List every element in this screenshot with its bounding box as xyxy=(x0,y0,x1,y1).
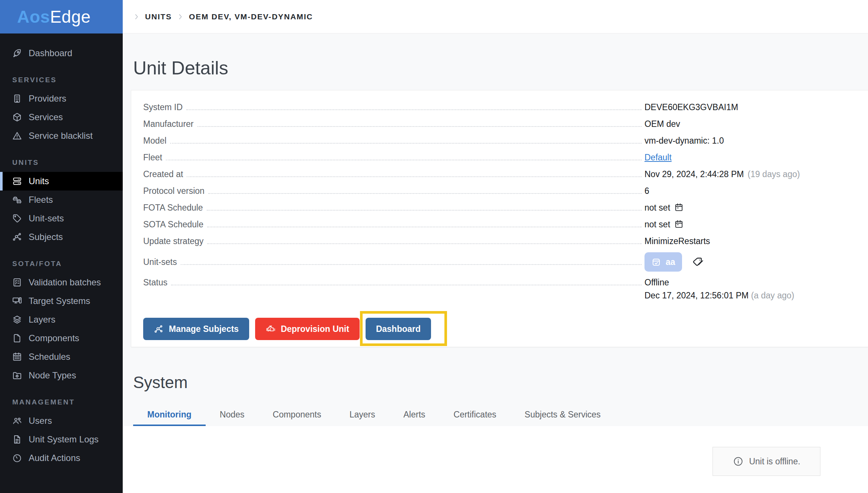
detail-value: vm-dev-dynamic: 1.0 xyxy=(644,135,724,146)
sidebar-item-label: Layers xyxy=(29,314,55,325)
action-button-wrap: Deprovision Unit xyxy=(255,318,360,340)
detail-value-text: OEM dev xyxy=(644,118,680,129)
detail-row-lead: Model xyxy=(143,135,644,146)
sidebar-item-target-systems[interactable]: Target Systems xyxy=(0,292,123,310)
page-content: Unit Details System IDDEVE60EKG3GVBAI1MM… xyxy=(123,33,868,493)
sidebar-item-label: Providers xyxy=(29,93,66,104)
tab-certificates[interactable]: Certificates xyxy=(440,404,511,426)
tags-icon[interactable] xyxy=(692,256,704,268)
tab-subjects-services[interactable]: Subjects & Services xyxy=(511,404,615,426)
detail-row-unit-sets: Unit-setsaa xyxy=(143,249,868,275)
sidebar-item-providers[interactable]: Providers xyxy=(0,89,123,108)
unit-set-icon xyxy=(651,257,661,267)
detail-row-lead: Update strategy xyxy=(143,236,644,247)
calendar-icon[interactable] xyxy=(674,202,684,212)
dotted-leader xyxy=(186,109,642,110)
calendar-icon[interactable] xyxy=(674,219,684,229)
tag-icon xyxy=(12,213,22,224)
sidebar-item-unit-sets[interactable]: Unit-sets xyxy=(0,209,123,228)
sidebar-item-service-blacklist[interactable]: Service blacklist xyxy=(0,127,123,145)
sidebar-item-schedules[interactable]: Schedules xyxy=(0,348,123,366)
status-text: Offline xyxy=(644,277,669,288)
sidebar-item-subjects[interactable]: Subjects xyxy=(0,228,123,246)
main-area: UNITS OEM DEV, VM-DEV-DYNAMIC Unit Detai… xyxy=(123,0,868,493)
button-label: Manage Subjects xyxy=(169,324,239,334)
unit-details-card: System IDDEVE60EKG3GVBAI1MManufacturerOE… xyxy=(131,90,868,347)
tab-components[interactable]: Components xyxy=(258,404,335,426)
dotted-leader xyxy=(207,227,642,227)
breadcrumb-units[interactable]: UNITS xyxy=(145,12,172,21)
sidebar-item-audit-actions[interactable]: Audit Actions xyxy=(0,449,123,467)
deprovision-unit-button[interactable]: Deprovision Unit xyxy=(255,318,360,340)
detail-row-manufacturer: ManufacturerOEM dev xyxy=(143,115,868,132)
brand-logo[interactable]: AosEdge xyxy=(0,0,123,33)
offline-message-text: Unit is offline. xyxy=(749,457,800,467)
detail-row-status: StatusOfflineDec 17, 2024, 12:56:01 PM (… xyxy=(143,275,868,304)
detail-row-lead: Protocol version xyxy=(143,185,644,196)
button-label: Deprovision Unit xyxy=(281,324,349,334)
sidebar-item-users[interactable]: Users xyxy=(0,412,123,430)
dotted-leader xyxy=(170,143,642,144)
sidebar-item-validation-batches[interactable]: Validation batches xyxy=(0,273,123,292)
sidebar-item-label: Audit Actions xyxy=(29,453,80,463)
building-icon xyxy=(12,93,22,104)
detail-row-lead: Status xyxy=(143,277,644,288)
detail-label: Model xyxy=(143,135,167,146)
unit-set-badge-label: aa xyxy=(666,256,675,268)
detail-row-model: Modelvm-dev-dynamic: 1.0 xyxy=(143,132,868,149)
tab-nodes[interactable]: Nodes xyxy=(206,404,258,426)
tab-alerts[interactable]: Alerts xyxy=(389,404,440,426)
detail-row-lead: Created at xyxy=(143,169,644,180)
sidebar-item-node-types[interactable]: Node Types xyxy=(0,366,123,385)
workstation-icon xyxy=(12,296,22,306)
fleet-link[interactable]: Default xyxy=(644,152,672,163)
sidebar: AosEdge DashboardSERVICESProvidersServic… xyxy=(0,0,123,493)
detail-value: not set xyxy=(644,202,684,213)
folder-gear-icon xyxy=(12,370,22,381)
detail-value: Default xyxy=(644,152,672,163)
sidebar-section-header-units: UNITS xyxy=(0,159,123,167)
chevron-right-icon xyxy=(132,13,141,21)
sidebar-item-units[interactable]: Units xyxy=(0,172,123,191)
detail-label: Unit-sets xyxy=(143,256,177,268)
system-title: System xyxy=(133,373,868,392)
network-icon xyxy=(154,324,164,334)
sidebar-item-components[interactable]: Components xyxy=(0,329,123,348)
detail-row-fota-schedule: FOTA Schedulenot set xyxy=(143,199,868,216)
cars-icon xyxy=(12,195,22,205)
sidebar-item-dashboard[interactable]: Dashboard xyxy=(0,44,123,63)
dashboard-button[interactable]: Dashboard xyxy=(366,318,431,340)
sidebar-item-label: Node Types xyxy=(29,370,76,381)
breadcrumb: UNITS OEM DEV, VM-DEV-DYNAMIC xyxy=(123,0,868,33)
detail-row-lead: SOTA Schedule xyxy=(143,219,644,230)
unit-set-badge[interactable]: aa xyxy=(644,252,682,272)
detail-value-text: MinimizeRestarts xyxy=(644,236,710,247)
system-tabs: MonitoringNodesComponentsLayersAlertsCer… xyxy=(133,404,868,426)
sidebar-item-services[interactable]: Services xyxy=(0,108,123,127)
engine-warning-icon xyxy=(266,324,276,334)
detail-value: OEM dev xyxy=(644,118,680,129)
detail-value: DEVE60EKG3GVBAI1M xyxy=(644,102,738,113)
detail-label: Fleet xyxy=(143,152,162,163)
sidebar-item-fleets[interactable]: Fleets xyxy=(0,191,123,209)
tab-monitoring[interactable]: Monitoring xyxy=(133,404,206,426)
detail-value-text: Nov 29, 2024, 2:44:28 PM xyxy=(644,169,744,180)
detail-label: Manufacturer xyxy=(143,118,194,129)
status-date: Dec 17, 2024, 12:56:01 PM xyxy=(644,291,749,300)
document-icon xyxy=(12,434,22,445)
tab-layers[interactable]: Layers xyxy=(335,404,389,426)
sidebar-section-header-management: MANAGEMENT xyxy=(0,398,123,406)
detail-row-lead: FOTA Schedule xyxy=(143,202,644,213)
manage-subjects-button[interactable]: Manage Subjects xyxy=(143,318,249,340)
status-timestamp: Dec 17, 2024, 12:56:01 PM (a day ago) xyxy=(644,290,794,301)
unit-offline-message: Unit is offline. xyxy=(713,447,820,476)
sidebar-item-label: Service blacklist xyxy=(29,131,93,141)
sidebar-section-header-services: SERVICES xyxy=(0,76,123,84)
sidebar-item-unit-system-logs[interactable]: Unit System Logs xyxy=(0,430,123,449)
sidebar-item-label: Target Systems xyxy=(29,296,90,306)
detail-label: Protocol version xyxy=(143,185,205,196)
detail-rows: System IDDEVE60EKG3GVBAI1MManufacturerOE… xyxy=(143,99,868,304)
sidebar-item-layers[interactable]: Layers xyxy=(0,310,123,329)
page-title: Unit Details xyxy=(133,57,868,79)
chevron-right-icon xyxy=(176,13,184,21)
